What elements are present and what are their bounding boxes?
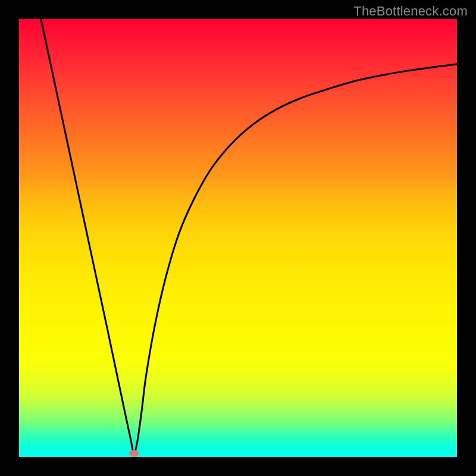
chart-frame: TheBottleneck.com [0,0,476,476]
attribution-text: TheBottleneck.com [353,4,468,19]
plot-area [19,19,457,457]
min-point-marker [129,450,139,457]
bottleneck-curve [19,19,457,457]
